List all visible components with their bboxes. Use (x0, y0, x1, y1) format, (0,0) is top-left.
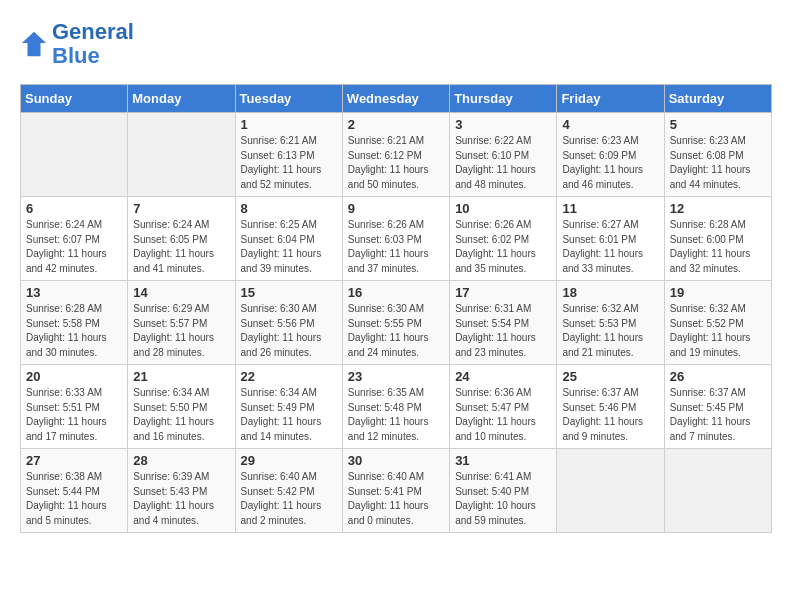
calendar-cell (557, 449, 664, 533)
day-number: 12 (670, 201, 766, 216)
logo-icon (20, 30, 48, 58)
calendar-cell: 4Sunrise: 6:23 AMSunset: 6:09 PMDaylight… (557, 113, 664, 197)
calendar-cell: 18Sunrise: 6:32 AMSunset: 5:53 PMDayligh… (557, 281, 664, 365)
calendar-cell: 25Sunrise: 6:37 AMSunset: 5:46 PMDayligh… (557, 365, 664, 449)
calendar-week-row: 20Sunrise: 6:33 AMSunset: 5:51 PMDayligh… (21, 365, 772, 449)
day-info: Sunrise: 6:30 AMSunset: 5:56 PMDaylight:… (241, 302, 337, 360)
day-number: 8 (241, 201, 337, 216)
day-info: Sunrise: 6:34 AMSunset: 5:50 PMDaylight:… (133, 386, 229, 444)
calendar-cell: 22Sunrise: 6:34 AMSunset: 5:49 PMDayligh… (235, 365, 342, 449)
day-info: Sunrise: 6:22 AMSunset: 6:10 PMDaylight:… (455, 134, 551, 192)
day-info: Sunrise: 6:37 AMSunset: 5:46 PMDaylight:… (562, 386, 658, 444)
calendar-cell: 30Sunrise: 6:40 AMSunset: 5:41 PMDayligh… (342, 449, 449, 533)
calendar-body: 1Sunrise: 6:21 AMSunset: 6:13 PMDaylight… (21, 113, 772, 533)
calendar-cell: 8Sunrise: 6:25 AMSunset: 6:04 PMDaylight… (235, 197, 342, 281)
calendar-cell: 9Sunrise: 6:26 AMSunset: 6:03 PMDaylight… (342, 197, 449, 281)
day-info: Sunrise: 6:23 AMSunset: 6:08 PMDaylight:… (670, 134, 766, 192)
calendar-cell: 10Sunrise: 6:26 AMSunset: 6:02 PMDayligh… (450, 197, 557, 281)
page-header: GeneralBlue (20, 20, 772, 68)
day-number: 30 (348, 453, 444, 468)
day-number: 26 (670, 369, 766, 384)
day-number: 15 (241, 285, 337, 300)
calendar-cell: 27Sunrise: 6:38 AMSunset: 5:44 PMDayligh… (21, 449, 128, 533)
calendar-cell: 26Sunrise: 6:37 AMSunset: 5:45 PMDayligh… (664, 365, 771, 449)
calendar-table: SundayMondayTuesdayWednesdayThursdayFrid… (20, 84, 772, 533)
day-number: 18 (562, 285, 658, 300)
day-number: 9 (348, 201, 444, 216)
day-number: 3 (455, 117, 551, 132)
day-of-week-header: Friday (557, 85, 664, 113)
calendar-cell: 11Sunrise: 6:27 AMSunset: 6:01 PMDayligh… (557, 197, 664, 281)
day-number: 14 (133, 285, 229, 300)
day-info: Sunrise: 6:26 AMSunset: 6:03 PMDaylight:… (348, 218, 444, 276)
day-number: 29 (241, 453, 337, 468)
day-info: Sunrise: 6:33 AMSunset: 5:51 PMDaylight:… (26, 386, 122, 444)
day-number: 20 (26, 369, 122, 384)
day-info: Sunrise: 6:24 AMSunset: 6:05 PMDaylight:… (133, 218, 229, 276)
calendar-week-row: 13Sunrise: 6:28 AMSunset: 5:58 PMDayligh… (21, 281, 772, 365)
calendar-header: SundayMondayTuesdayWednesdayThursdayFrid… (21, 85, 772, 113)
day-number: 17 (455, 285, 551, 300)
calendar-cell: 23Sunrise: 6:35 AMSunset: 5:48 PMDayligh… (342, 365, 449, 449)
day-number: 6 (26, 201, 122, 216)
day-info: Sunrise: 6:24 AMSunset: 6:07 PMDaylight:… (26, 218, 122, 276)
calendar-week-row: 27Sunrise: 6:38 AMSunset: 5:44 PMDayligh… (21, 449, 772, 533)
calendar-cell: 31Sunrise: 6:41 AMSunset: 5:40 PMDayligh… (450, 449, 557, 533)
day-of-week-header: Thursday (450, 85, 557, 113)
day-of-week-header: Saturday (664, 85, 771, 113)
day-info: Sunrise: 6:38 AMSunset: 5:44 PMDaylight:… (26, 470, 122, 528)
calendar-cell: 17Sunrise: 6:31 AMSunset: 5:54 PMDayligh… (450, 281, 557, 365)
calendar-cell (21, 113, 128, 197)
day-info: Sunrise: 6:41 AMSunset: 5:40 PMDaylight:… (455, 470, 551, 528)
day-number: 28 (133, 453, 229, 468)
calendar-cell (128, 113, 235, 197)
calendar-cell: 14Sunrise: 6:29 AMSunset: 5:57 PMDayligh… (128, 281, 235, 365)
day-info: Sunrise: 6:40 AMSunset: 5:42 PMDaylight:… (241, 470, 337, 528)
day-number: 27 (26, 453, 122, 468)
day-info: Sunrise: 6:25 AMSunset: 6:04 PMDaylight:… (241, 218, 337, 276)
calendar-cell: 16Sunrise: 6:30 AMSunset: 5:55 PMDayligh… (342, 281, 449, 365)
calendar-cell: 2Sunrise: 6:21 AMSunset: 6:12 PMDaylight… (342, 113, 449, 197)
day-of-week-header: Monday (128, 85, 235, 113)
calendar-cell: 15Sunrise: 6:30 AMSunset: 5:56 PMDayligh… (235, 281, 342, 365)
calendar-cell: 13Sunrise: 6:28 AMSunset: 5:58 PMDayligh… (21, 281, 128, 365)
calendar-cell: 7Sunrise: 6:24 AMSunset: 6:05 PMDaylight… (128, 197, 235, 281)
day-info: Sunrise: 6:32 AMSunset: 5:53 PMDaylight:… (562, 302, 658, 360)
logo: GeneralBlue (20, 20, 134, 68)
days-of-week-row: SundayMondayTuesdayWednesdayThursdayFrid… (21, 85, 772, 113)
calendar-cell: 21Sunrise: 6:34 AMSunset: 5:50 PMDayligh… (128, 365, 235, 449)
day-info: Sunrise: 6:21 AMSunset: 6:12 PMDaylight:… (348, 134, 444, 192)
day-number: 5 (670, 117, 766, 132)
day-number: 11 (562, 201, 658, 216)
day-of-week-header: Tuesday (235, 85, 342, 113)
day-info: Sunrise: 6:31 AMSunset: 5:54 PMDaylight:… (455, 302, 551, 360)
calendar-cell: 20Sunrise: 6:33 AMSunset: 5:51 PMDayligh… (21, 365, 128, 449)
calendar-week-row: 6Sunrise: 6:24 AMSunset: 6:07 PMDaylight… (21, 197, 772, 281)
day-info: Sunrise: 6:37 AMSunset: 5:45 PMDaylight:… (670, 386, 766, 444)
day-info: Sunrise: 6:28 AMSunset: 5:58 PMDaylight:… (26, 302, 122, 360)
day-info: Sunrise: 6:30 AMSunset: 5:55 PMDaylight:… (348, 302, 444, 360)
svg-marker-0 (22, 32, 46, 56)
day-number: 21 (133, 369, 229, 384)
day-info: Sunrise: 6:36 AMSunset: 5:47 PMDaylight:… (455, 386, 551, 444)
calendar-cell: 28Sunrise: 6:39 AMSunset: 5:43 PMDayligh… (128, 449, 235, 533)
day-number: 22 (241, 369, 337, 384)
calendar-cell (664, 449, 771, 533)
day-number: 1 (241, 117, 337, 132)
day-info: Sunrise: 6:32 AMSunset: 5:52 PMDaylight:… (670, 302, 766, 360)
calendar-cell: 24Sunrise: 6:36 AMSunset: 5:47 PMDayligh… (450, 365, 557, 449)
day-of-week-header: Sunday (21, 85, 128, 113)
day-number: 2 (348, 117, 444, 132)
day-info: Sunrise: 6:39 AMSunset: 5:43 PMDaylight:… (133, 470, 229, 528)
calendar-cell: 6Sunrise: 6:24 AMSunset: 6:07 PMDaylight… (21, 197, 128, 281)
day-info: Sunrise: 6:27 AMSunset: 6:01 PMDaylight:… (562, 218, 658, 276)
day-number: 24 (455, 369, 551, 384)
day-number: 10 (455, 201, 551, 216)
day-number: 4 (562, 117, 658, 132)
day-number: 7 (133, 201, 229, 216)
logo-text: GeneralBlue (52, 20, 134, 68)
calendar-cell: 5Sunrise: 6:23 AMSunset: 6:08 PMDaylight… (664, 113, 771, 197)
day-number: 23 (348, 369, 444, 384)
day-number: 31 (455, 453, 551, 468)
calendar-cell: 12Sunrise: 6:28 AMSunset: 6:00 PMDayligh… (664, 197, 771, 281)
